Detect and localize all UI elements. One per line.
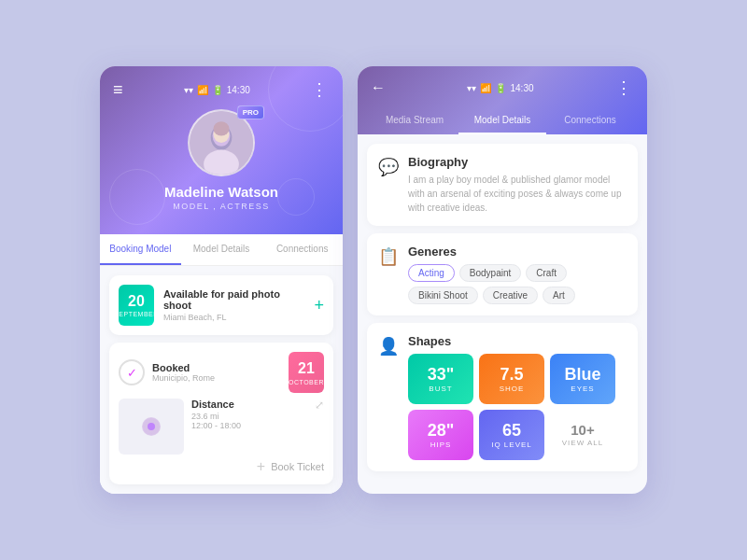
booked-location: Municipio, Rome [152,373,281,383]
check-icon: ✓ [127,366,137,380]
wifi-icon: 📶 [197,85,208,95]
genres-tags: Acting Bodypaint Craft Bikini Shoot Crea… [408,264,627,304]
biography-title: Biography [408,155,627,169]
tab-connections-right[interactable]: Connections [546,107,634,134]
tag-bikini-shoot[interactable]: Bikini Shoot [408,287,478,304]
left-panel: ≡ ▾▾ 📶 🔋 14:30 ⋮ [100,66,343,494]
map-pin [142,417,161,436]
signal-icon-right: ▾▾ [467,83,476,93]
map-thumbnail [119,399,184,455]
left-body: 20 SEPTEMBER Available for paid photo sh… [100,266,343,494]
right-tabs: Media Stream Model Details Connections [371,107,634,134]
shape-eyes: Blue EYES [550,354,615,404]
genres-icon: 📋 [378,246,399,267]
book-ticket-button[interactable]: Book Ticket [271,461,324,472]
distance-time: 12:00 - 18:00 [191,421,307,430]
right-body: 💬 Biography I am a play boy model & publ… [358,134,647,494]
svg-point-5 [214,121,230,135]
shape-view-all[interactable]: 10+ View All [550,410,615,460]
tag-bodypaint[interactable]: Bodypaint [459,264,521,282]
shape-hips: 28" HIPS [408,410,473,460]
distance-label: Distance [191,399,307,410]
left-header: ≡ ▾▾ 📶 🔋 14:30 ⋮ [100,66,343,234]
signal-icon: ▾▾ [184,85,193,95]
status-bar-left: ▾▾ 📶 🔋 14:30 [184,85,250,95]
biography-content: Biography I am a play boy model & publis… [408,155,627,215]
shape-bust: 33" BUST [408,354,473,404]
profile-subtitle: MODEL , ACTRESS [173,202,270,211]
left-tabs: Booking Model Model Details Connections [100,234,343,266]
profile-name: Madeline Watson [164,184,278,200]
tag-craft[interactable]: Craft [526,264,567,282]
booking-info-1: Available for paid photo shoot Miami Bea… [163,288,304,322]
dots-menu-left[interactable]: ⋮ [311,79,330,100]
distance-value: 23.6 mi [191,412,307,421]
date-badge-september: 20 SEPTEMBER [119,285,154,326]
tab-model-details-right[interactable]: Model Details [458,107,546,134]
tab-media-stream[interactable]: Media Stream [371,107,458,134]
genres-card: 📋 Generes Acting Bodypaint Craft Bikini … [367,233,638,315]
check-circle: ✓ [119,359,145,385]
book-ticket-add-icon[interactable]: + [257,458,265,475]
battery-icon-right: 🔋 [495,83,506,93]
shape-iq: 65 IQ LEVEL [479,410,544,460]
time-left: 14:30 [227,85,250,95]
left-header-top: ≡ ▾▾ 📶 🔋 14:30 ⋮ [113,79,330,100]
date-badge-october: 21 OCTOBER [289,352,324,393]
right-panel: ← ▾▾ 📶 🔋 14:30 ⋮ Media Stream Model Deta… [358,66,647,494]
shapes-content: Shapes 33" BUST 7.5 SHOE Blue EYES [408,334,627,460]
booked-card: ✓ Booked Municipio, Rome 21 OCTOBER [109,343,333,484]
biography-text: I am a play boy model & published glamor… [408,173,627,215]
expand-icon[interactable]: ⤢ [315,399,324,412]
tab-connections-left[interactable]: Connections [261,234,343,265]
hamburger-icon[interactable]: ≡ [113,80,123,100]
booked-title: Booked [152,362,281,373]
shapes-grid: 33" BUST 7.5 SHOE Blue EYES 28" [408,354,627,460]
booked-row: ✓ Booked Municipio, Rome 21 OCTOBER [119,352,324,393]
booking-card-1: 20 SEPTEMBER Available for paid photo sh… [109,275,333,335]
shapes-title: Shapes [408,334,627,348]
shapes-icon: 👤 [378,336,399,357]
booking-title-1: Available for paid photo shoot [163,288,304,311]
tag-acting[interactable]: Acting [408,264,455,282]
genres-content: Generes Acting Bodypaint Craft Bikini Sh… [408,245,627,304]
distance-info: Distance 23.6 mi 12:00 - 18:00 [191,399,307,455]
status-bar-right: ▾▾ 📶 🔋 14:30 [467,83,533,93]
time-right: 14:30 [510,83,533,93]
distance-map-row: Distance 23.6 mi 12:00 - 18:00 ⤢ [119,399,324,455]
book-ticket-row: + Book Ticket [119,455,324,475]
biography-icon: 💬 [378,157,399,177]
genres-title: Generes [408,245,627,259]
booked-info: Booked Municipio, Rome [152,362,281,383]
booking-location-1: Miami Beach, FL [163,313,304,322]
tab-model-details-left[interactable]: Model Details [181,234,262,265]
add-booking-icon[interactable]: + [314,296,324,315]
shapes-card: 👤 Shapes 33" BUST 7.5 SHOE Blue [367,323,638,471]
biography-card: 💬 Biography I am a play boy model & publ… [367,144,638,226]
avatar-wrap: PRO [188,109,255,176]
pro-badge: PRO [237,105,264,119]
right-header: ← ▾▾ 📶 🔋 14:30 ⋮ Media Stream Model Deta… [358,66,647,134]
dots-menu-right[interactable]: ⋮ [615,77,634,98]
shape-shoe: 7.5 SHOE [479,354,544,404]
battery-icon: 🔋 [212,85,223,95]
tag-art[interactable]: Art [543,287,575,304]
tag-creative[interactable]: Creative [483,287,538,304]
right-header-top: ← ▾▾ 📶 🔋 14:30 ⋮ [371,77,634,98]
tab-booking-model[interactable]: Booking Model [100,234,181,265]
back-icon[interactable]: ← [371,79,386,96]
wifi-icon-right: 📶 [480,83,491,93]
